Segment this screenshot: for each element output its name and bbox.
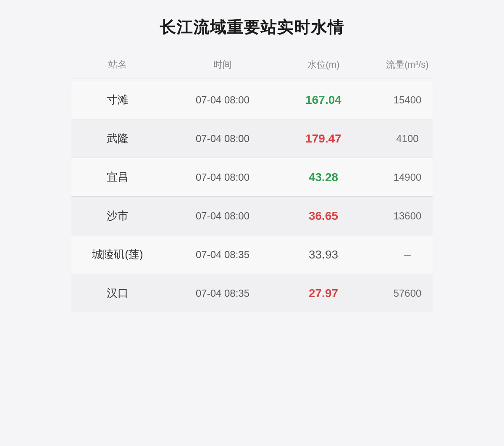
station-name: 武隆 [71,131,164,146]
flow-value: 15400 [365,94,449,106]
time-value: 07-04 08:35 [164,288,281,299]
page-title: 长江流域重要站实时水情 [160,17,344,38]
water-level-value: 179.47 [281,132,365,145]
water-level-value: 36.65 [281,209,365,223]
table-header: 站名 时间 水位(m) 流量(m³/s) [71,51,433,79]
table-row: 汉口 07-04 08:35 27.97 57600 [71,274,433,312]
station-name: 寸滩 [71,92,164,107]
station-name: 城陵矶(莲) [71,247,164,262]
flow-value: 4100 [365,133,449,145]
flow-value: 13600 [365,210,449,222]
header-water-level: 水位(m) [281,58,365,71]
flow-value: – [365,248,449,261]
time-value: 07-04 08:35 [164,249,281,261]
data-table: 站名 时间 水位(m) 流量(m³/s) 寸滩 07-04 08:00 167.… [71,51,433,312]
flow-value: 14900 [365,172,449,183]
table-row: 城陵矶(莲) 07-04 08:35 33.93 – [71,235,433,274]
water-level-value: 27.97 [281,287,365,300]
water-level-value: 43.28 [281,171,365,184]
table-row: 宜昌 07-04 08:00 43.28 14900 [71,158,433,197]
station-name: 沙市 [71,208,164,223]
header-flow: 流量(m³/s) [365,58,449,71]
station-name: 宜昌 [71,170,164,185]
flow-value: 57600 [365,288,449,299]
water-level-value: 33.93 [281,248,365,261]
table-row: 武隆 07-04 08:00 179.47 4100 [71,119,433,158]
station-name: 汉口 [71,286,164,301]
header-time: 时间 [164,58,281,71]
header-station: 站名 [71,58,164,71]
time-value: 07-04 08:00 [164,133,281,145]
table-row: 沙市 07-04 08:00 36.65 13600 [71,197,433,235]
time-value: 07-04 08:00 [164,172,281,183]
time-value: 07-04 08:00 [164,94,281,106]
water-level-value: 167.04 [281,93,365,107]
table-row: 寸滩 07-04 08:00 167.04 15400 [71,81,433,119]
time-value: 07-04 08:00 [164,210,281,222]
